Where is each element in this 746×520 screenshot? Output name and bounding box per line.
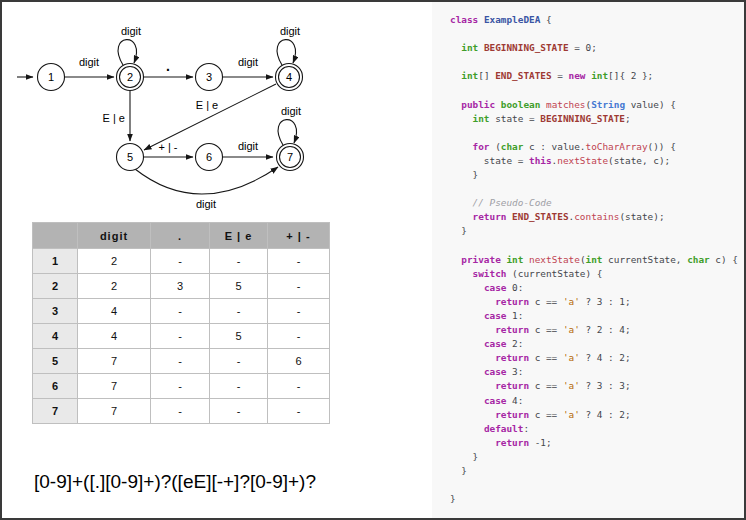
- code-token: ExampleDEA: [484, 14, 540, 25]
- code-token: ()) {: [648, 141, 676, 152]
- code-token: ? 3 : 3;: [580, 380, 631, 391]
- code-token: :: [523, 423, 529, 434]
- code-token: [450, 268, 473, 279]
- diagram-panel: digit.digitE | eE | e+ | -digitdigit1dig…: [2, 2, 432, 518]
- code-token: 'a': [563, 352, 580, 363]
- code-token: -1;: [529, 437, 552, 448]
- state-label: 6: [206, 151, 212, 163]
- table-row: 34---: [33, 299, 330, 324]
- code-token: int: [591, 70, 608, 81]
- table-row: 12---: [33, 249, 330, 274]
- table-cell: 5: [210, 274, 268, 299]
- transition-label: + | -: [158, 141, 177, 153]
- code-token: c ==: [529, 324, 563, 335]
- state-label: 2: [127, 71, 133, 83]
- code-token: ;: [625, 113, 631, 124]
- code-token: return: [495, 296, 529, 307]
- code-token: c ==: [529, 352, 563, 363]
- table-row: 77---: [33, 399, 330, 424]
- code-token: [450, 395, 484, 406]
- code-token: BEGINNING_STATE: [484, 42, 569, 53]
- table-row-label: 5: [33, 349, 78, 374]
- code-token: matches: [546, 99, 586, 110]
- code-token: ? 4 : 2;: [580, 352, 631, 363]
- state-label: 3: [206, 71, 212, 83]
- code-token: 'a': [563, 380, 580, 391]
- code-token: contains: [574, 211, 619, 222]
- code-token: this: [529, 155, 552, 166]
- table-row: 44-5-: [33, 324, 330, 349]
- code-token: nextState: [557, 155, 608, 166]
- table-cell: -: [268, 299, 330, 324]
- self-loop-label: digit: [121, 25, 141, 37]
- transition-arrow: [135, 167, 278, 194]
- table-cell: 4: [78, 324, 151, 349]
- self-loop-arrow: [278, 120, 296, 145]
- code-token: [450, 324, 495, 335]
- code-token: END_STATES: [495, 70, 551, 81]
- code-token: (: [490, 141, 501, 152]
- code-token: END_STATES: [512, 211, 568, 222]
- code-token: c) {: [710, 254, 738, 265]
- code-token: return: [473, 211, 507, 222]
- table-cell: -: [268, 274, 330, 299]
- table-cell: 7: [78, 349, 151, 374]
- code-token: state =: [490, 113, 541, 124]
- code-token: return: [495, 437, 529, 448]
- code-token: 0:: [506, 282, 523, 293]
- table-cell: -: [268, 249, 330, 274]
- code-token: String: [591, 99, 625, 110]
- table-row: 67---: [33, 374, 330, 399]
- code-token: [450, 409, 495, 420]
- transition-label: digit: [196, 198, 216, 210]
- code-token: switch: [473, 268, 507, 279]
- table-cell: -: [210, 374, 268, 399]
- code-token: case: [484, 338, 507, 349]
- table-cell: -: [268, 324, 330, 349]
- code-token: {: [540, 14, 551, 25]
- code-token: case: [484, 310, 507, 321]
- code-token: int: [461, 42, 478, 53]
- table-cell: -: [210, 299, 268, 324]
- code-token: [450, 437, 495, 448]
- code-token: (state, c);: [608, 155, 670, 166]
- code-token: }: [450, 465, 467, 476]
- code-token: ? 2 : 4;: [580, 324, 631, 335]
- code-token: c ==: [529, 296, 563, 307]
- table-cell: -: [268, 374, 330, 399]
- code-token: [450, 338, 484, 349]
- transition-label: E | e: [196, 99, 218, 111]
- table-cell: 4: [78, 299, 151, 324]
- code-token: toCharArray: [585, 141, 647, 152]
- table-header-cell: + | -: [268, 223, 330, 249]
- code-block: class ExampleDEA { int BEGINNING_STATE =…: [450, 13, 744, 506]
- code-token: }: [450, 451, 478, 462]
- code-token: [450, 254, 461, 265]
- code-token: int: [473, 113, 490, 124]
- code-token: case: [484, 366, 507, 377]
- table-header-cell: .: [151, 223, 210, 249]
- table-cell: -: [151, 299, 210, 324]
- code-token: c : value.: [523, 141, 585, 152]
- code-token: = 0;: [569, 42, 597, 53]
- code-token: [450, 113, 473, 124]
- code-token: 'a': [563, 324, 580, 335]
- table-cell: 7: [78, 374, 151, 399]
- code-token: return: [495, 324, 529, 335]
- code-token: [450, 282, 484, 293]
- table-row-label: 4: [33, 324, 78, 349]
- transition-label: E | e: [103, 112, 125, 124]
- state-label: 7: [287, 151, 293, 163]
- table-row-label: 3: [33, 299, 78, 324]
- table-row-label: 6: [33, 374, 78, 399]
- window: digit.digitE | eE | e+ | -digitdigit1dig…: [0, 0, 746, 520]
- code-token: int: [506, 254, 523, 265]
- code-token: }: [450, 225, 467, 236]
- table-header-cell: digit: [78, 223, 151, 249]
- code-token: (currentState) {: [506, 268, 602, 279]
- code-token: class: [450, 14, 478, 25]
- code-token: 'a': [563, 296, 580, 307]
- code-panel: class ExampleDEA { int BEGINNING_STATE =…: [432, 2, 744, 518]
- table-cell: -: [210, 349, 268, 374]
- table-row: 57--6: [33, 349, 330, 374]
